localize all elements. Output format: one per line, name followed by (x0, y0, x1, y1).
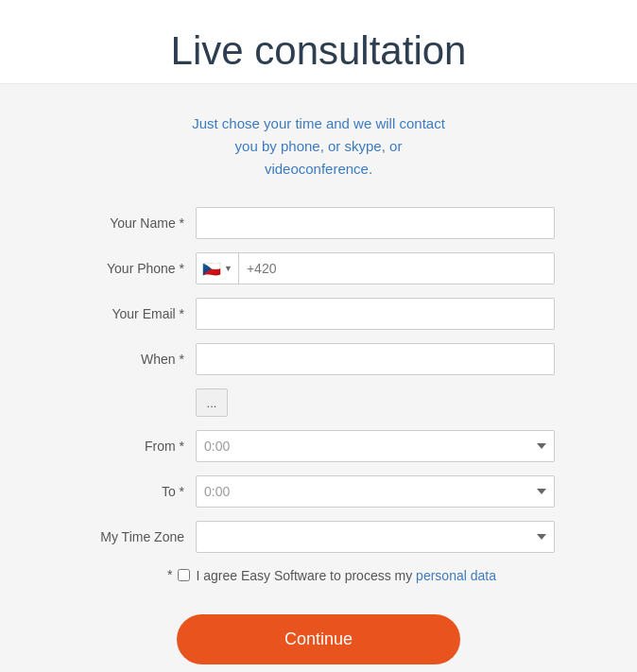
checkbox-row: * I agree Easy Software to process my pe… (82, 566, 555, 586)
email-row: Your Email * (82, 298, 555, 330)
from-label: From * (82, 439, 196, 454)
phone-country-select[interactable]: 🇨🇿 ▼ (197, 253, 239, 284)
to-label: To * (82, 484, 196, 499)
phone-label: Your Phone * (82, 261, 196, 276)
form-container: Just chose your time and we will contact… (0, 84, 637, 672)
from-select[interactable]: 0:00 (196, 430, 555, 462)
description-text: Just chose your time and we will contact… (181, 112, 456, 181)
btn-row: Continue (82, 605, 555, 664)
timezone-label: My Time Zone (82, 529, 196, 544)
calendar-button[interactable]: ... (196, 388, 228, 417)
when-input[interactable] (196, 343, 555, 375)
timezone-row: My Time Zone (82, 521, 555, 553)
flag-dropdown-arrow: ▼ (224, 264, 232, 273)
name-row: Your Name * (82, 207, 555, 239)
checkbox-star: * (167, 567, 172, 582)
checkbox-label: I agree Easy Software to process my pers… (196, 566, 496, 586)
form-fields: Your Name * Your Phone * 🇨🇿 ▼ Your Email… (82, 207, 555, 664)
name-input[interactable] (196, 207, 555, 239)
agree-checkbox[interactable] (178, 569, 190, 581)
country-flag: 🇨🇿 (202, 260, 221, 278)
from-row: From * 0:00 (82, 430, 555, 462)
phone-wrapper: 🇨🇿 ▼ (196, 252, 555, 284)
to-select[interactable]: 0:00 (196, 475, 555, 508)
to-row: To * 0:00 (82, 475, 555, 508)
name-label: Your Name * (82, 215, 196, 231)
when-label: When * (82, 352, 196, 367)
personal-data-link[interactable]: personal data (416, 568, 496, 583)
continue-button[interactable]: Continue (177, 614, 460, 664)
calendar-row: ... (196, 388, 555, 417)
phone-input[interactable] (239, 253, 554, 284)
phone-row: Your Phone * 🇨🇿 ▼ (82, 252, 555, 284)
email-input[interactable] (196, 298, 555, 330)
when-row: When * (82, 343, 555, 375)
email-label: Your Email * (82, 306, 196, 321)
timezone-select[interactable] (196, 521, 555, 553)
page-title: Live consultation (0, 0, 637, 84)
